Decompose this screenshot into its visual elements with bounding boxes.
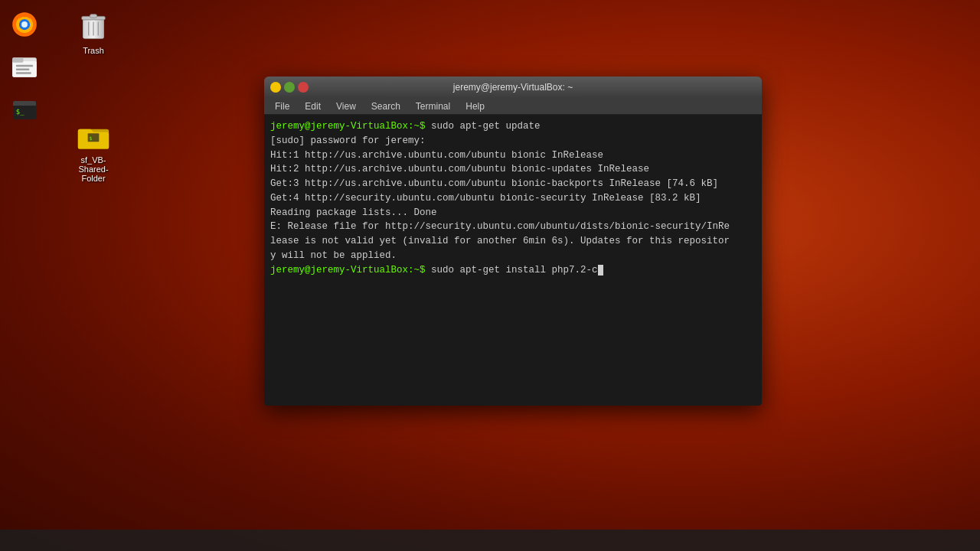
menu-edit[interactable]: Edit bbox=[299, 99, 327, 113]
sidebar-item-terminal[interactable]: $_ bbox=[2, 92, 47, 129]
out-7: Reading package lists... Done bbox=[270, 207, 437, 218]
terminal-title: jeremy@jeremy-VirtualBox: ~ bbox=[453, 82, 573, 93]
terminal-menubar: File Edit View Search Terminal Help bbox=[264, 98, 762, 115]
terminal-line-5: Get:3 http://us.archive.ubuntu.com/ubunt… bbox=[270, 177, 756, 191]
taskbar bbox=[0, 530, 980, 551]
sidebar-item-firefox[interactable] bbox=[2, 6, 47, 43]
menu-file[interactable]: File bbox=[269, 99, 296, 113]
err-8: E: Release file for http://security.ubun… bbox=[270, 221, 730, 232]
trash-label: Trash bbox=[83, 46, 104, 55]
svg-text:$_: $_ bbox=[16, 108, 24, 116]
svg-point-3 bbox=[21, 21, 28, 28]
terminal-line-9: lease is not valid yet (invalid for anot… bbox=[270, 234, 756, 249]
shared-folder-desktop-icon[interactable]: $ sf_VB-Shared-Folder bbox=[67, 119, 119, 186]
firefox-icon bbox=[9, 9, 40, 40]
terminal-line-6: Get:4 http://security.ubuntu.com/ubuntu … bbox=[270, 191, 756, 206]
window-buttons bbox=[270, 82, 309, 93]
terminal-line-4: Hit:2 http://us.archive.ubuntu.com/ubunt… bbox=[270, 162, 756, 177]
terminal-window: jeremy@jeremy-VirtualBox: ~ File Edit Vi… bbox=[264, 77, 762, 406]
terminal-line-1: jeremy@jeremy-VirtualBox:~$ sudo apt-get… bbox=[270, 119, 756, 134]
prompt-11: jeremy@jeremy-VirtualBox:~$ bbox=[270, 265, 426, 276]
svg-rect-17 bbox=[90, 15, 97, 18]
out-5: Get:3 http://us.archive.ubuntu.com/ubunt… bbox=[270, 178, 718, 189]
minimize-button[interactable] bbox=[270, 82, 281, 93]
files-icon bbox=[9, 52, 40, 83]
menu-help[interactable]: Help bbox=[459, 99, 491, 113]
svg-rect-12 bbox=[13, 104, 36, 106]
err-9: lease is not valid yet (invalid for anot… bbox=[270, 236, 730, 246]
terminal-body[interactable]: jeremy@jeremy-VirtualBox:~$ sudo apt-get… bbox=[264, 115, 762, 406]
shared-folder-icon: $ bbox=[77, 122, 110, 154]
out-4: Hit:2 http://us.archive.ubuntu.com/ubunt… bbox=[270, 164, 649, 174]
out-3: Hit:1 http://us.archive.ubuntu.com/ubunt… bbox=[270, 150, 603, 161]
err-10: y will not be applied. bbox=[270, 250, 397, 261]
out-6: Get:4 http://security.ubuntu.com/ubuntu … bbox=[270, 193, 701, 204]
svg-rect-7 bbox=[16, 65, 33, 67]
sidebar: $_ bbox=[0, 0, 49, 551]
prompt-1: jeremy@jeremy-VirtualBox:~$ bbox=[270, 121, 426, 132]
svg-rect-8 bbox=[16, 69, 29, 70]
menu-terminal[interactable]: Terminal bbox=[410, 99, 456, 113]
terminal-line-2: [sudo] password for jeremy: bbox=[270, 134, 756, 148]
cmd-1: sudo apt-get update bbox=[431, 121, 541, 132]
menu-search[interactable]: Search bbox=[365, 99, 407, 113]
trash-icon bbox=[80, 11, 107, 44]
out-2: [sudo] password for jeremy: bbox=[270, 135, 426, 146]
cmd-11: sudo apt-get install php7.2-c bbox=[431, 265, 598, 276]
terminal-line-11: jeremy@jeremy-VirtualBox:~$ sudo apt-get… bbox=[270, 263, 756, 278]
svg-text:$: $ bbox=[90, 136, 93, 142]
sidebar-item-files[interactable] bbox=[2, 49, 47, 86]
trash-desktop-icon[interactable]: Trash bbox=[67, 8, 119, 58]
terminal-line-7: Reading package lists... Done bbox=[270, 206, 756, 220]
terminal-icon: $_ bbox=[9, 95, 40, 126]
svg-rect-9 bbox=[16, 72, 31, 73]
terminal-line-3: Hit:1 http://us.archive.ubuntu.com/ubunt… bbox=[270, 148, 756, 163]
terminal-titlebar: jeremy@jeremy-VirtualBox: ~ bbox=[264, 77, 762, 98]
menu-view[interactable]: View bbox=[330, 99, 362, 113]
shared-folder-label: sf_VB-Shared-Folder bbox=[70, 155, 116, 183]
maximize-button[interactable] bbox=[284, 82, 295, 93]
svg-rect-6 bbox=[12, 57, 23, 62]
close-button[interactable] bbox=[298, 82, 309, 93]
cursor bbox=[598, 265, 603, 276]
terminal-line-10: y will not be applied. bbox=[270, 249, 756, 263]
terminal-line-8: E: Release file for http://security.ubun… bbox=[270, 220, 756, 234]
